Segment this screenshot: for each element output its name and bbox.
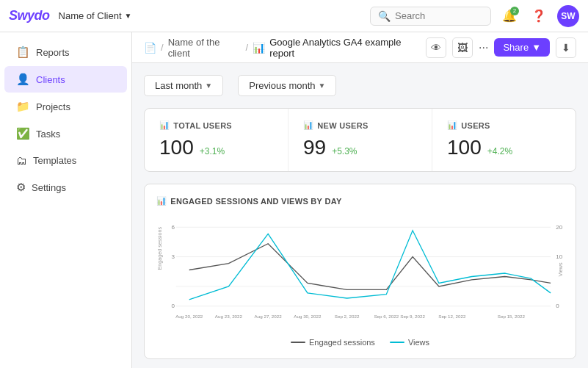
sidebar-label-clients: Clients [36, 74, 65, 85]
svg-text:Sep 9, 2022: Sep 9, 2022 [400, 314, 425, 319]
doc-icon2: 📊 [253, 42, 265, 54]
chart-svg: 6 3 0 20 10 0 Engaged sessions Views [156, 214, 564, 332]
stat-value-new-users: 99 +5.3% [303, 136, 417, 159]
svg-text:Sep 12, 2022: Sep 12, 2022 [438, 314, 466, 319]
filter-chevron1: ▼ [205, 82, 212, 90]
sidebar-label-tasks: Tasks [36, 129, 60, 140]
stat-change-total-users: +3.1% [200, 146, 225, 156]
legend-line-views [390, 342, 404, 343]
help-icon: ❓ [531, 9, 546, 23]
breadcrumb-bar: 📄 / Name of the client / 📊 Google Analyt… [132, 32, 588, 63]
legend-views: Views [390, 338, 429, 347]
sidebar-label-reports: Reports [36, 47, 70, 58]
view-button[interactable]: 👁 [426, 37, 446, 58]
svg-text:0: 0 [556, 303, 559, 309]
download-button[interactable]: ⬇ [556, 37, 576, 58]
sidebar-item-templates[interactable]: 🗂 Templates [4, 148, 127, 173]
svg-text:Sep 6, 2022: Sep 6, 2022 [374, 314, 399, 319]
breadcrumb-actions: 👁 🖼 ··· Share ▼ ⬇ [426, 37, 576, 58]
filter-chevron2: ▼ [319, 82, 326, 90]
svg-text:Engaged sessions: Engaged sessions [157, 227, 163, 270]
share-label: Share [503, 42, 529, 53]
svg-text:3: 3 [172, 253, 175, 260]
stat-icon-3: 📊 [447, 120, 457, 130]
notifications-button[interactable]: 🔔 2 [498, 5, 520, 27]
main-content: 📄 / Name of the client / 📊 Google Analyt… [132, 32, 588, 368]
svg-text:20: 20 [556, 224, 562, 231]
svg-text:Aug 23, 2022: Aug 23, 2022 [215, 314, 243, 319]
legend-label-sessions: Engaged sessions [309, 338, 375, 347]
stat-new-users: 📊 NEW USERS 99 +5.3% [288, 109, 432, 171]
svg-text:Sep 15, 2022: Sep 15, 2022 [498, 314, 526, 319]
more-button[interactable]: ··· [479, 41, 488, 54]
stat-icon-1: 📊 [159, 120, 170, 130]
layout: 📋 Reports 👤 Clients 📁 Projects ✅ Tasks 🗂… [0, 32, 588, 368]
image-icon: 🖼 [457, 42, 468, 54]
svg-text:Aug 27, 2022: Aug 27, 2022 [255, 314, 283, 319]
chevron-down-icon: ▼ [125, 12, 132, 20]
doc-icon: 📄 [144, 42, 156, 54]
sidebar-item-settings[interactable]: ⚙ Settings [4, 174, 127, 201]
current-period-label: Last month [155, 80, 202, 91]
stat-label-new-users: 📊 NEW USERS [303, 120, 417, 130]
stat-label-total-users: 📊 TOTAL USERS [159, 120, 273, 130]
stat-total-users: 📊 TOTAL USERS 100 +3.1% [145, 109, 288, 171]
projects-icon: 📁 [16, 100, 30, 113]
breadcrumb-report: Google Analytics GA4 example report [269, 37, 421, 59]
stat-change-users: +4.2% [487, 146, 512, 156]
stat-icon-2: 📊 [303, 120, 313, 130]
settings-icon: ⚙ [16, 181, 26, 194]
legend-line-sessions [291, 342, 305, 343]
report-content: Last month ▼ Previous month ▼ 📊 TOTAL US… [132, 63, 588, 368]
stat-label-users: 📊 USERS [447, 120, 561, 130]
image-button[interactable]: 🖼 [452, 37, 473, 58]
svg-text:10: 10 [556, 253, 562, 260]
templates-icon: 🗂 [16, 154, 27, 167]
share-chevron: ▼ [531, 42, 541, 53]
stat-value-users: 100 +4.2% [447, 136, 561, 159]
legend-sessions: Engaged sessions [291, 338, 375, 347]
share-button[interactable]: Share ▼ [494, 38, 550, 57]
chart-icon: 📊 [156, 196, 167, 206]
previous-period-filter[interactable]: Previous month ▼ [238, 75, 336, 96]
logo: Swydo [9, 8, 50, 24]
stats-row: 📊 TOTAL USERS 100 +3.1% 📊 NEW USERS 99 [144, 108, 576, 172]
topbar-right: 🔍 🔔 2 ❓ SW [370, 5, 579, 27]
sidebar-item-reports[interactable]: 📋 Reports [4, 39, 127, 65]
reports-icon: 📋 [16, 46, 30, 59]
topbar: Swydo Name of Client ▼ 🔍 🔔 2 ❓ SW [0, 0, 588, 32]
chart-section: 📊 ENGAGED SESSIONS AND VIEWS BY DAY 6 3 … [144, 184, 576, 359]
client-name-label: Name of Client [59, 10, 122, 21]
sidebar-label-projects: Projects [36, 101, 70, 112]
sidebar-item-projects[interactable]: 📁 Projects [4, 93, 127, 120]
search-icon: 🔍 [378, 10, 391, 22]
client-selector[interactable]: Name of Client ▼ [59, 10, 132, 21]
sidebar-item-tasks[interactable]: ✅ Tasks [4, 120, 127, 147]
breadcrumb-client[interactable]: Name of the client [168, 37, 242, 59]
search-box[interactable]: 🔍 [370, 7, 491, 26]
stat-value-total-users: 100 +3.1% [159, 136, 273, 159]
eye-icon: 👁 [431, 42, 441, 54]
date-filters: Last month ▼ Previous month ▼ [144, 75, 576, 96]
sidebar-label-templates: Templates [33, 155, 76, 166]
legend-label-views: Views [408, 338, 429, 347]
sidebar-label-settings: Settings [32, 182, 66, 193]
stat-change-new-users: +5.3% [332, 146, 357, 156]
sep1: / [161, 42, 164, 53]
clients-icon: 👤 [16, 73, 30, 86]
chart-legend: Engaged sessions Views [156, 338, 564, 347]
svg-text:Aug 20, 2022: Aug 20, 2022 [175, 314, 203, 319]
current-period-filter[interactable]: Last month ▼ [144, 75, 223, 96]
svg-text:Views: Views [558, 262, 564, 276]
sidebar-item-clients[interactable]: 👤 Clients [4, 66, 127, 93]
avatar[interactable]: SW [557, 5, 579, 27]
tasks-icon: ✅ [16, 127, 30, 140]
svg-text:6: 6 [172, 224, 175, 231]
download-icon: ⬇ [562, 42, 570, 54]
stat-users: 📊 USERS 100 +4.2% [432, 109, 576, 171]
search-input[interactable] [395, 10, 483, 21]
sep2: / [246, 42, 249, 53]
chart-container: 6 3 0 20 10 0 Engaged sessions Views [156, 214, 564, 332]
chart-title: 📊 ENGAGED SESSIONS AND VIEWS BY DAY [156, 196, 564, 206]
help-button[interactable]: ❓ [528, 5, 550, 27]
